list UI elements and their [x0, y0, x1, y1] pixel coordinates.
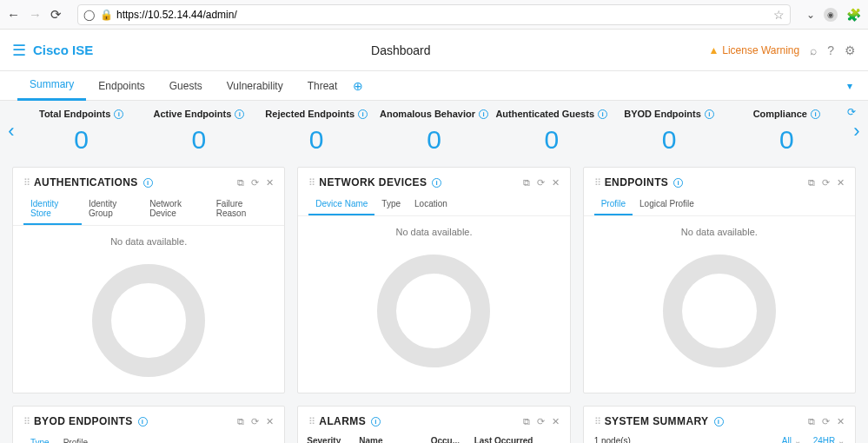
kpi-value: 0 [728, 125, 845, 155]
card-tab-type[interactable]: Type [374, 195, 407, 215]
info-icon[interactable]: i [143, 178, 153, 188]
tab-summary[interactable]: Summary [17, 71, 86, 101]
kpi-authenticated-guests[interactable]: Authenticated Guestsi 0 [493, 108, 610, 155]
popout-icon[interactable]: ⧉ [237, 177, 244, 188]
refresh-icon[interactable]: ⟳ [251, 416, 259, 427]
popout-icon[interactable]: ⧉ [237, 416, 244, 427]
card-title: AUTHENTICATIONS [34, 176, 138, 188]
info-icon[interactable]: i [358, 109, 368, 119]
bookmark-star-icon[interactable]: ☆ [773, 8, 785, 22]
col-severity[interactable]: Severity [307, 436, 359, 443]
kpi-compliance[interactable]: Compliancei 0 [728, 108, 845, 155]
info-icon[interactable]: i [714, 417, 724, 426]
extensions-puzzle-icon[interactable]: 🧩 [846, 8, 861, 22]
card-tab-logical-profile[interactable]: Logical Profile [633, 195, 701, 215]
info-icon[interactable]: i [598, 109, 607, 119]
col-occurrences[interactable]: Occu... [431, 436, 474, 443]
tab-add-icon[interactable]: ⊕ [353, 79, 363, 93]
tab-guests[interactable]: Guests [157, 71, 215, 101]
drag-handle-icon[interactable]: ⠿ [594, 177, 600, 188]
filter-time-dropdown[interactable]: 24HR ⌄ [813, 436, 845, 443]
info-icon[interactable]: i [705, 109, 714, 119]
nav-reload-icon[interactable]: ⟳ [50, 7, 62, 23]
drag-handle-icon[interactable]: ⠿ [23, 416, 29, 427]
kpi-refresh-icon[interactable]: ⟳ [847, 106, 856, 118]
warning-triangle-icon: ▲ [708, 44, 719, 56]
shield-icon[interactable]: ◯ [83, 9, 95, 21]
card-alarms: ⠿ ALARMSi ⧉ ⟳ ✕ Severity Name Occu... La… [297, 406, 570, 443]
close-icon[interactable]: ✕ [837, 416, 845, 427]
nav-forward-icon: → [29, 7, 42, 23]
settings-gear-icon[interactable]: ⚙ [845, 43, 856, 57]
drag-handle-icon[interactable]: ⠿ [594, 416, 600, 427]
info-icon[interactable]: i [138, 417, 148, 426]
nav-back-icon[interactable]: ← [7, 7, 20, 23]
card-byod-endpoints: ⠿ BYOD ENDPOINTSi ⧉ ⟳ ✕ Type Profile No … [12, 406, 285, 443]
close-icon[interactable]: ✕ [552, 177, 560, 188]
kpi-scroll-left-icon[interactable]: ‹ [0, 120, 23, 142]
pocket-icon[interactable]: ⌄ [806, 9, 815, 21]
app-bar: ☰ Cisco ISE Dashboard ▲ License Warning … [0, 30, 868, 71]
refresh-icon[interactable]: ⟳ [251, 177, 259, 188]
popout-icon[interactable]: ⧉ [808, 416, 815, 427]
info-icon[interactable]: i [371, 417, 381, 426]
kpi-value: 0 [493, 125, 610, 155]
extension-icon[interactable]: ◉ [824, 8, 838, 22]
refresh-icon[interactable]: ⟳ [537, 416, 545, 427]
card-tab-device-name[interactable]: Device Name [308, 195, 374, 215]
card-tab-identity-group[interactable]: Identity Group [82, 195, 142, 225]
kpi-value: 0 [258, 125, 375, 155]
drag-handle-icon[interactable]: ⠿ [23, 177, 29, 188]
info-icon[interactable]: i [811, 109, 820, 119]
tab-endpoints[interactable]: Endpoints [86, 71, 156, 101]
tab-vulnerability[interactable]: Vulnerability [215, 71, 295, 101]
info-icon[interactable]: i [235, 109, 244, 119]
info-icon[interactable]: i [479, 109, 488, 119]
popout-icon[interactable]: ⧉ [523, 177, 530, 188]
col-last-occurred[interactable]: Last Occurred [474, 436, 553, 443]
filter-all-dropdown[interactable]: All ⌄ [782, 436, 801, 443]
card-tab-profile[interactable]: Profile [594, 195, 633, 215]
refresh-icon[interactable]: ⟳ [822, 177, 830, 188]
kpi-rejected-endpoints[interactable]: Rejected Endpointsi 0 [258, 108, 375, 155]
app-brand[interactable]: Cisco ISE [33, 43, 93, 57]
lock-icon[interactable]: 🔒 [100, 9, 113, 21]
popout-icon[interactable]: ⧉ [523, 416, 530, 427]
info-icon[interactable]: i [114, 109, 123, 119]
card-tab-location[interactable]: Location [407, 195, 454, 215]
help-icon[interactable]: ? [827, 43, 834, 57]
kpi-byod-endpoints[interactable]: BYOD Endpointsi 0 [610, 108, 727, 155]
search-icon[interactable]: ⌕ [810, 43, 817, 57]
kpi-total-endpoints[interactable]: Total Endpointsi 0 [23, 108, 140, 155]
kpi-active-endpoints[interactable]: Active Endpointsi 0 [140, 108, 257, 155]
close-icon[interactable]: ✕ [552, 416, 560, 427]
drag-handle-icon[interactable]: ⠿ [308, 416, 314, 427]
hamburger-menu-icon[interactable]: ☰ [12, 41, 26, 60]
url-input[interactable] [113, 9, 773, 21]
kpi-label: Compliance [753, 109, 807, 119]
kpi-anomalous-behavior[interactable]: Anomalous Behaviori 0 [375, 108, 493, 155]
license-warning[interactable]: ▲ License Warning [708, 44, 799, 56]
close-icon[interactable]: ✕ [837, 177, 845, 188]
card-network-devices: ⠿ NETWORK DEVICESi ⧉ ⟳ ✕ Device Name Typ… [297, 167, 570, 393]
card-tab-type[interactable]: Type [23, 434, 56, 443]
kpi-scroll-right-icon[interactable]: › [845, 120, 868, 142]
info-icon[interactable]: i [432, 178, 441, 188]
tab-threat[interactable]: Threat [295, 71, 350, 101]
card-tab-profile[interactable]: Profile [56, 434, 95, 443]
card-tab-network-device[interactable]: Network Device [142, 195, 209, 225]
card-tab-identity-store[interactable]: Identity Store [23, 195, 82, 225]
drag-handle-icon[interactable]: ⠿ [308, 177, 314, 188]
tabs-collapse-icon[interactable]: ▾ [847, 80, 852, 92]
kpi-label: BYOD Endpoints [624, 109, 701, 119]
kpi-label: Active Endpoints [154, 109, 232, 119]
card-tab-failure-reason[interactable]: Failure Reason [209, 195, 275, 225]
refresh-icon[interactable]: ⟳ [822, 416, 830, 427]
refresh-icon[interactable]: ⟳ [537, 177, 545, 188]
close-icon[interactable]: ✕ [266, 416, 274, 427]
popout-icon[interactable]: ⧉ [808, 177, 815, 188]
col-name[interactable]: Name [359, 436, 430, 443]
url-bar[interactable]: ◯ 🔒 ☆ [77, 4, 791, 25]
close-icon[interactable]: ✕ [266, 177, 274, 188]
info-icon[interactable]: i [673, 178, 683, 188]
